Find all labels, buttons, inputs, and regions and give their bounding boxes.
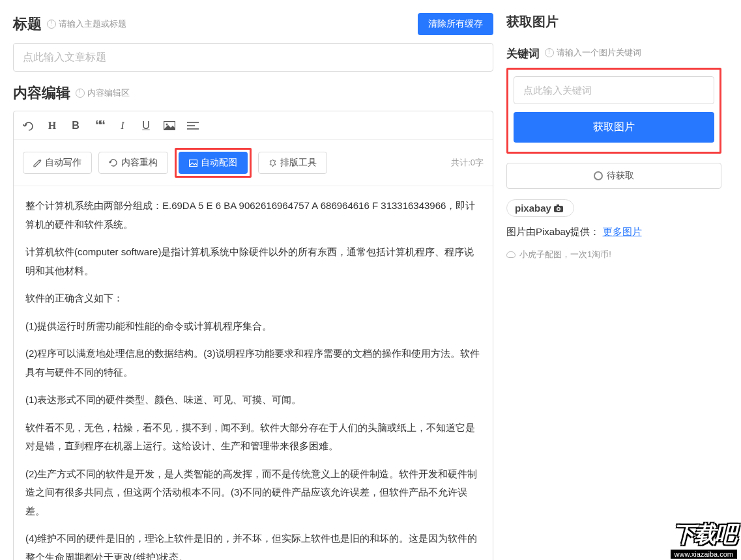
paragraph: (2)程序可以满意地处理信息的数据结构。(3)说明程序功能要求和程序需要的文档的… <box>25 344 481 382</box>
keyword-highlight-box: 获取图片 <box>506 68 721 154</box>
editor-heading: 内容编辑 <box>13 83 70 103</box>
paragraph: 整个计算机系统由两部分组成：E.69DA 5 E 6 BA 9062616964… <box>25 197 481 234</box>
paragraph: 软件的正确含义如下： <box>25 289 481 308</box>
title-input[interactable] <box>13 43 493 72</box>
editor-content[interactable]: 整个计算机系统由两部分组成：E.69DA 5 E 6 BA 9062616964… <box>14 186 493 560</box>
paragraph: (2)生产方式不同的软件是开发，是人类智能的高发挥，而不是传统意义上的硬件制造。… <box>25 465 481 521</box>
info-icon <box>47 20 56 29</box>
editor-hint: 内容编辑区 <box>76 87 130 99</box>
auto-write-button[interactable]: 自动写作 <box>23 152 92 174</box>
refresh-icon <box>109 158 118 167</box>
restructure-button[interactable]: 内容重构 <box>98 152 168 174</box>
undo-icon[interactable] <box>23 120 35 131</box>
paragraph: 软件看不见，无色，枯燥，看不见，摸不到，闻不到。软件大部分存在于人们的头脑或纸上… <box>25 419 481 456</box>
underline-icon[interactable]: U <box>140 120 152 132</box>
circle-icon <box>594 171 603 180</box>
fetch-image-button[interactable]: 获取图片 <box>514 112 714 143</box>
heading-icon[interactable]: H <box>46 120 58 132</box>
picture-icon <box>189 160 197 167</box>
pixabay-badge: pixabay <box>506 199 574 217</box>
info-icon <box>76 89 85 98</box>
paragraph: (1)表达形式不同的硬件类型、颜色、味道、可见、可摸、可闻。 <box>25 391 481 410</box>
title-section-header: 标题 请输入主题或标题 清除所有缓存 <box>13 13 493 35</box>
keyword-input[interactable] <box>514 76 714 104</box>
more-images-link[interactable]: 更多图片 <box>603 226 642 237</box>
sidebar-footer-note: 小虎子配图，一次1淘币! <box>506 249 721 260</box>
editor-actions: 自动写作 内容重构 自动配图 排版工具 共计:0字 <box>14 140 493 186</box>
paragraph: (4)维护不同的硬件是旧的，理论上软件是旧的，并不坏，但实际上软件也是旧的和坏的… <box>25 529 481 560</box>
italic-icon[interactable]: I <box>117 120 128 132</box>
tool-icon <box>269 159 277 167</box>
svg-rect-9 <box>557 204 559 206</box>
editor-toolbar: H B ““ I U <box>14 111 493 140</box>
title-hint: 请输入主题或标题 <box>47 18 126 30</box>
keyword-hint: 请输入一个图片关键词 <box>545 47 641 59</box>
bold-icon[interactable]: B <box>70 120 81 132</box>
auto-image-highlight: 自动配图 <box>175 148 252 178</box>
fetch-image-title: 获取图片 <box>506 13 721 31</box>
clear-cache-button[interactable]: 清除所有缓存 <box>418 13 493 35</box>
paragraph: 计算机软件(computer software)是指计算机系统中除硬件以外的所有… <box>25 243 481 280</box>
svg-rect-5 <box>190 160 197 166</box>
quote-icon[interactable]: ““ <box>93 118 105 133</box>
editor-container: H B ““ I U 自动写作 内容重构 <box>13 111 493 560</box>
cloud-icon <box>506 251 516 258</box>
pending-status[interactable]: 待获取 <box>506 163 721 189</box>
paragraph: (1)提供运行时所需功能和性能的命令或计算机程序集合。 <box>25 317 481 336</box>
layout-tool-button[interactable]: 排版工具 <box>258 152 327 174</box>
svg-point-1 <box>166 123 168 125</box>
keyword-label: 关键词 <box>506 46 540 61</box>
provider-line: 图片由Pixabay提供： 更多图片 <box>506 226 721 238</box>
align-icon[interactable] <box>187 121 199 130</box>
word-count: 共计:0字 <box>451 157 484 169</box>
image-icon[interactable] <box>164 121 175 130</box>
info-icon <box>545 48 554 57</box>
svg-point-8 <box>557 208 559 210</box>
camera-icon <box>554 204 566 212</box>
pencil-icon <box>33 159 42 167</box>
title-heading: 标题 <box>13 14 42 34</box>
auto-image-button[interactable]: 自动配图 <box>179 152 248 174</box>
